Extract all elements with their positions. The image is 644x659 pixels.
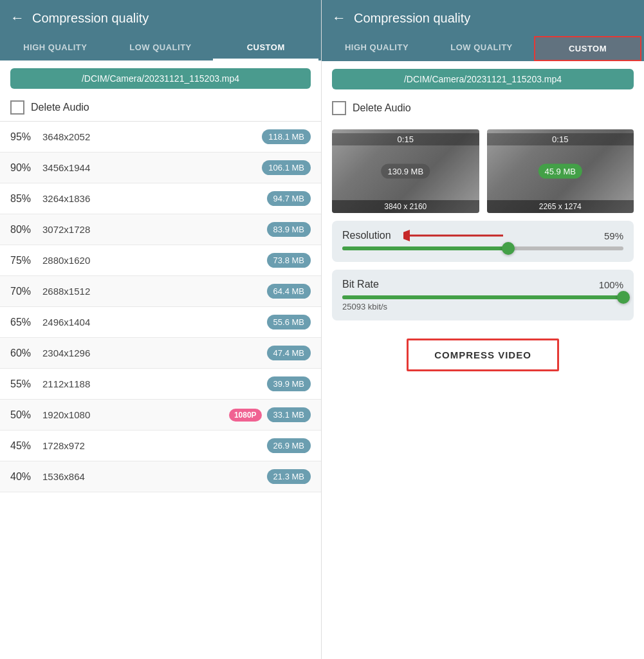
table-row[interactable]: 95% 3648x2052 118.1 MB xyxy=(0,122,321,153)
table-row[interactable]: 40% 1536x864 21.3 MB xyxy=(0,461,321,492)
original-thumb-size: 130.9 MB xyxy=(381,164,430,179)
quality-size-badge: 106.1 MB xyxy=(262,160,311,175)
quality-res: 2304x1296 xyxy=(42,348,267,358)
right-header: ← Compression quality xyxy=(322,0,644,36)
left-filepath: /DCIM/Camera/20231121_115203.mp4 xyxy=(10,68,311,89)
table-row[interactable]: 85% 3264x1836 94.7 MB xyxy=(0,183,321,214)
table-row[interactable]: 55% 2112x1188 39.9 MB xyxy=(0,369,321,400)
quality-size-badge: 39.9 MB xyxy=(267,376,311,391)
quality-pct: 55% xyxy=(10,378,42,390)
left-delete-audio-label: Delete Audio xyxy=(31,102,89,113)
bitrate-kbps-text: 25093 kbit/s xyxy=(342,302,623,311)
quality-size-badge: 73.8 MB xyxy=(267,253,311,268)
quality-res: 3264x1836 xyxy=(42,193,267,204)
quality-res: 2112x1188 xyxy=(42,378,267,389)
quality-res: 1728x972 xyxy=(42,440,267,451)
quality-pct: 90% xyxy=(10,162,42,174)
resolution-label-row: Resolution 59% xyxy=(342,230,623,241)
quality-res: 2496x1404 xyxy=(42,317,267,328)
bitrate-value: 100% xyxy=(599,279,623,290)
quality-size-badge: 21.3 MB xyxy=(267,469,311,484)
resolution-slider-section: Resolution 59% xyxy=(332,221,634,262)
quality-pct: 70% xyxy=(10,286,42,297)
left-delete-audio-checkbox[interactable] xyxy=(10,100,24,115)
original-video-thumb: 0:15 130.9 MB 3840 x 2160 xyxy=(332,129,479,213)
quality-size-badge: 94.7 MB xyxy=(267,191,311,206)
right-delete-audio-checkbox[interactable] xyxy=(332,101,346,115)
right-filepath: /DCIM/Camera/20231121_115203.mp4 xyxy=(332,69,634,89)
video-preview-row: 0:15 130.9 MB 3840 x 2160 0:15 45.9 MB 2… xyxy=(332,129,634,213)
table-row[interactable]: 60% 2304x1296 47.4 MB xyxy=(0,338,321,369)
table-row[interactable]: 50% 1920x1080 1080P 33.1 MB xyxy=(0,400,321,431)
compress-button-wrapper: COMPRESS VIDEO xyxy=(332,328,634,384)
left-quality-list: 95% 3648x2052 118.1 MB 90% 3456x1944 106… xyxy=(0,121,321,659)
resolution-slider-fill xyxy=(342,246,508,250)
resolution-value: 59% xyxy=(604,230,623,241)
right-back-button[interactable]: ← xyxy=(332,10,346,26)
resolution-slider-thumb[interactable] xyxy=(502,242,515,255)
right-tab-high-quality[interactable]: HIGH QUALITY xyxy=(324,36,429,61)
quality-res: 3456x1944 xyxy=(42,162,262,173)
left-page-title: Compression quality xyxy=(32,11,149,26)
right-page-title: Compression quality xyxy=(354,11,470,26)
quality-res: 3072x1728 xyxy=(42,224,267,235)
compressed-thumb-resolution: 2265 x 1274 xyxy=(487,200,634,213)
table-row[interactable]: 65% 2496x1404 55.6 MB xyxy=(0,307,321,338)
compressed-thumb-time: 0:15 xyxy=(487,133,634,145)
right-delete-audio-label: Delete Audio xyxy=(353,102,411,114)
bitrate-slider-thumb[interactable] xyxy=(617,291,630,304)
compressed-thumb-size: 45.9 MB xyxy=(538,164,582,179)
quality-res: 1536x864 xyxy=(42,471,267,482)
quality-size-badge: 55.6 MB xyxy=(267,315,311,330)
bitrate-slider-section: Bit Rate 100% 25093 kbit/s xyxy=(332,270,634,320)
quality-res: 1920x1080 xyxy=(42,409,229,420)
quality-pct: 50% xyxy=(10,409,42,421)
quality-size-badge: 26.9 MB xyxy=(267,438,311,453)
table-row[interactable]: 75% 2880x1620 73.8 MB xyxy=(0,245,321,276)
left-tab-low-quality[interactable]: LOW QUALITY xyxy=(108,36,214,60)
quality-size-badge: 47.4 MB xyxy=(267,346,311,360)
bitrate-label: Bit Rate xyxy=(342,279,379,290)
table-row[interactable]: 70% 2688x1512 64.4 MB xyxy=(0,276,321,307)
bitrate-label-row: Bit Rate 100% xyxy=(342,279,623,290)
table-row[interactable]: 45% 1728x972 26.9 MB xyxy=(0,431,321,461)
table-row[interactable]: 90% 3456x1944 106.1 MB xyxy=(0,153,321,183)
quality-size-badge: 118.1 MB xyxy=(262,129,311,144)
red-arrow-icon xyxy=(403,228,506,243)
quality-size-badge: 33.1 MB xyxy=(267,407,311,422)
quality-pct: 85% xyxy=(10,193,42,205)
compressed-video-thumb: 0:15 45.9 MB 2265 x 1274 xyxy=(487,129,634,213)
quality-pct: 80% xyxy=(10,224,42,236)
quality-pct: 60% xyxy=(10,348,42,359)
quality-pct: 45% xyxy=(10,440,42,452)
quality-pct: 40% xyxy=(10,471,42,483)
right-panel: ← Compression quality HIGH QUALITY LOW Q… xyxy=(322,0,644,659)
bitrate-slider-track[interactable] xyxy=(342,295,623,299)
table-row[interactable]: 80% 3072x1728 83.9 MB xyxy=(0,214,321,245)
left-tab-custom[interactable]: CUSTOM xyxy=(213,36,318,60)
quality-size-badge: 83.9 MB xyxy=(267,222,311,237)
quality-res: 3648x2052 xyxy=(42,131,262,142)
left-tab-high-quality[interactable]: HIGH QUALITY xyxy=(3,36,108,60)
original-thumb-resolution: 3840 x 2160 xyxy=(332,200,479,213)
quality-pct: 75% xyxy=(10,255,42,266)
quality-pct: 95% xyxy=(10,131,42,143)
compress-video-button[interactable]: COMPRESS VIDEO xyxy=(407,339,559,371)
left-header: ← Compression quality xyxy=(0,0,321,36)
quality-size-badge: 64.4 MB xyxy=(267,284,311,299)
left-back-button[interactable]: ← xyxy=(10,10,24,26)
bitrate-slider-fill xyxy=(342,295,623,299)
right-tabs: HIGH QUALITY LOW QUALITY CUSTOM xyxy=(322,36,644,61)
right-tab-custom[interactable]: CUSTOM xyxy=(534,36,641,61)
right-tab-low-quality[interactable]: LOW QUALITY xyxy=(429,36,534,61)
left-delete-audio-row: Delete Audio xyxy=(0,97,321,121)
custom-settings-section: 0:15 130.9 MB 3840 x 2160 0:15 45.9 MB 2… xyxy=(322,122,644,659)
resolution-slider-track[interactable] xyxy=(342,246,623,250)
quality-pct: 65% xyxy=(10,317,42,328)
resolution-label: Resolution xyxy=(342,230,391,241)
badge-1080p: 1080P xyxy=(229,409,262,422)
quality-res: 2688x1512 xyxy=(42,286,267,297)
quality-res: 2880x1620 xyxy=(42,255,267,266)
original-thumb-time: 0:15 xyxy=(332,133,479,145)
left-panel: ← Compression quality HIGH QUALITY LOW Q… xyxy=(0,0,322,659)
